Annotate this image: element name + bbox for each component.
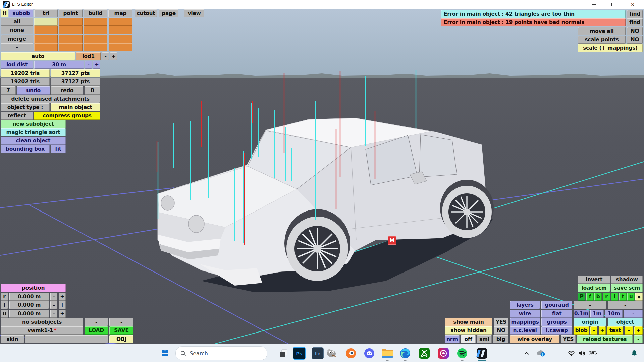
reload-textures-minus-button[interactable]: -	[634, 335, 643, 343]
find-thin-triangles-button[interactable]: find	[627, 10, 643, 18]
dist-10m-button[interactable]: 10m	[605, 310, 623, 318]
filename-field[interactable]: vwmk1-1*	[1, 326, 83, 335]
shadow-button[interactable]: shadow	[611, 276, 643, 284]
selection-grid-cell-active[interactable]	[34, 18, 58, 26]
menu-page[interactable]: page	[159, 9, 178, 17]
load-scm-button[interactable]: load scm	[578, 284, 610, 292]
axis-f-plus-button[interactable]: +	[59, 301, 66, 309]
clean-object-button[interactable]: clean object	[1, 137, 66, 145]
selection-minus-button[interactable]: -	[1, 43, 33, 51]
blob-button[interactable]: blob	[574, 326, 589, 335]
file-explorer-button[interactable]	[381, 347, 394, 360]
lightroom-button[interactable]: Lr	[311, 347, 324, 360]
onedrive-tray-button[interactable]: i	[535, 347, 546, 360]
find-bad-normals-button[interactable]: find	[627, 18, 643, 26]
menu-point[interactable]: point	[59, 9, 83, 17]
menu-cutout[interactable]: cutout	[135, 9, 157, 17]
object-type-value[interactable]: main object	[51, 103, 100, 111]
headset-app-button[interactable]	[437, 347, 450, 360]
view-key-t[interactable]: t	[619, 293, 627, 301]
move-all-button[interactable]: move all	[578, 27, 626, 35]
new-subobject-button[interactable]: new subobject	[1, 120, 66, 128]
menu-view[interactable]: view	[184, 9, 204, 17]
selection-grid-cell[interactable]	[109, 18, 132, 26]
nrm-button[interactable]: nrm	[445, 335, 460, 343]
axis-u-minus-button[interactable]: -	[50, 310, 57, 318]
bounding-box-button[interactable]: bounding box	[1, 145, 50, 153]
axis-r-value[interactable]: 0.000 m	[9, 293, 49, 301]
view-key-b[interactable]: b	[594, 293, 602, 301]
marker-m[interactable]: M	[388, 236, 396, 245]
lrswap-button[interactable]: l.r.swap	[541, 326, 572, 335]
selection-grid-cell[interactable]	[84, 43, 107, 51]
blender-button[interactable]	[344, 347, 357, 360]
wire-button[interactable]: wire	[510, 310, 540, 318]
obj-export-button[interactable]: OBJ	[109, 335, 133, 343]
axis-r-minus-button[interactable]: -	[50, 293, 57, 301]
restore-button[interactable]	[606, 0, 621, 9]
lfs-editor-button[interactable]	[476, 347, 488, 360]
load-button[interactable]: LOAD	[85, 326, 108, 335]
show-main-value[interactable]: YES	[494, 318, 508, 326]
wire-overlay-button[interactable]: wire overlay	[510, 335, 559, 343]
dist-01m-button[interactable]: 0.1m	[574, 310, 589, 318]
menu-map[interactable]: map	[108, 9, 132, 17]
merge-button[interactable]: merge	[1, 35, 33, 43]
close-button[interactable]: ✕	[625, 0, 640, 9]
move-all-value[interactable]: NO	[627, 27, 643, 35]
show-hidden-button[interactable]: show hidden	[445, 326, 492, 335]
show-hidden-value[interactable]: NO	[494, 326, 508, 335]
menu-subob[interactable]: subob	[9, 9, 33, 17]
view-key-dot[interactable]: ●	[635, 293, 643, 301]
xbox-button[interactable]	[418, 347, 431, 360]
wire-overlay-value[interactable]: YES	[561, 335, 576, 343]
delete-unused-attachments-button[interactable]: delete unused attachments	[1, 95, 100, 103]
undo-button[interactable]: undo	[17, 86, 50, 95]
menu-build[interactable]: build	[84, 9, 107, 17]
nclevel-button[interactable]: n.c.level	[510, 326, 540, 335]
dist-minus-button[interactable]: -	[624, 310, 643, 318]
lod-dist-value[interactable]: 30 m	[34, 61, 84, 69]
reflect-button[interactable]: reflect	[1, 112, 33, 120]
axis-r-plus-button[interactable]: +	[59, 293, 66, 301]
axis-f-minus-button[interactable]: -	[50, 301, 57, 309]
selection-grid-cell[interactable]	[84, 35, 107, 43]
battery-tray-button[interactable]	[588, 347, 598, 360]
subobject-minus2-button[interactable]: -	[109, 318, 133, 326]
dist-1m-button[interactable]: 1m	[590, 310, 604, 318]
invert-button[interactable]: invert	[578, 276, 610, 284]
text-minus-button[interactable]: -	[625, 326, 633, 335]
selection-grid-cell[interactable]	[34, 43, 58, 51]
lod-minus-button[interactable]: -	[102, 52, 109, 60]
save-scm-button[interactable]: save scm	[611, 284, 643, 292]
axis-u-plus-button[interactable]: +	[59, 310, 66, 318]
minimize-button[interactable]	[586, 0, 601, 9]
axis-u-value[interactable]: 0.000 m	[9, 310, 49, 318]
scale-mappings-button[interactable]: scale (+ mappings)	[578, 44, 643, 52]
gimp-button[interactable]	[325, 347, 338, 360]
magic-triangle-sort-button[interactable]: magic triangle sort	[1, 128, 66, 136]
wifi-tray-button[interactable]	[566, 347, 576, 360]
nrm-big-button[interactable]: big	[493, 335, 508, 343]
lod-dist-plus-button[interactable]: +	[93, 61, 100, 69]
axis-f-value[interactable]: 0.000 m	[9, 301, 49, 309]
groups-button[interactable]: groups	[541, 318, 572, 326]
reload-textures-button[interactable]: reload textures	[577, 335, 633, 343]
task-view-button[interactable]	[277, 347, 290, 360]
selection-grid-cell[interactable]	[59, 35, 83, 43]
spotify-button[interactable]	[456, 347, 469, 360]
selection-grid-cell[interactable]	[59, 18, 83, 26]
view-key-l[interactable]: l	[611, 293, 618, 301]
selection-grid-cell[interactable]	[59, 43, 83, 51]
selection-grid-cell[interactable]	[34, 26, 58, 34]
lod-dist-minus-button[interactable]: -	[85, 61, 92, 69]
selection-grid-cell[interactable]	[109, 35, 132, 43]
redo-button[interactable]: redo	[51, 86, 83, 95]
view-key-f[interactable]: f	[586, 293, 594, 301]
select-none-button[interactable]: none	[1, 26, 33, 34]
tray-chevron-button[interactable]	[522, 347, 531, 360]
discord-button[interactable]	[363, 347, 376, 360]
scale-points-button[interactable]: scale points	[578, 36, 626, 44]
lod-auto-button[interactable]: auto	[1, 52, 75, 60]
edge-button[interactable]	[399, 347, 412, 360]
